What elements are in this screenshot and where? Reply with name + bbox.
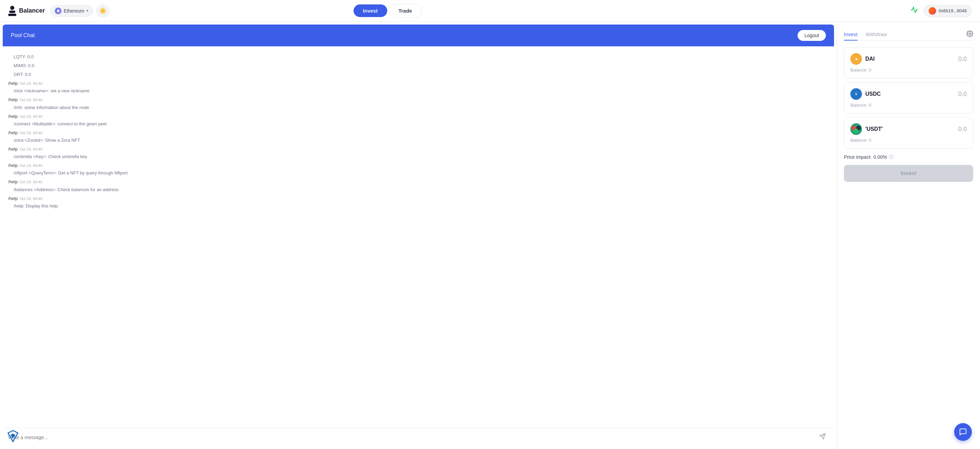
usdt-icon bbox=[850, 123, 862, 135]
cmd-detail: /nick <nickname>: set a new nickname bbox=[8, 87, 829, 95]
dai-balance: Balance: 0 bbox=[850, 67, 967, 73]
theme-toggle-button[interactable]: ☀️ bbox=[96, 5, 109, 18]
timestamp: Oct 10, 04:40 bbox=[20, 81, 42, 86]
dai-amount: 0.0 bbox=[958, 56, 967, 63]
cmd-label: /help bbox=[8, 147, 18, 152]
activity-icon bbox=[911, 6, 918, 15]
invest-button[interactable]: Invest bbox=[844, 165, 973, 182]
wallet-avatar bbox=[929, 7, 936, 14]
cmd-label: /help bbox=[8, 163, 18, 168]
timestamp: Oct 10, 04:40 bbox=[20, 131, 42, 135]
timestamp: Oct 10, 04:40 bbox=[20, 180, 42, 184]
dai-token-card: ◈ DAI 0.0 Balance: 0 bbox=[844, 47, 973, 78]
cmd-detail: /help: Display this help bbox=[8, 202, 829, 210]
svg-point-12 bbox=[854, 128, 859, 133]
chat-input-area bbox=[3, 428, 834, 446]
cmd-detail: /nftport <QueryTerm>: Get a NFT by query… bbox=[8, 169, 829, 177]
wallet-address: 0x6b19...8048 bbox=[939, 8, 967, 13]
header: Balancer Ethereum ▾ ☀️ Invest Trade 0x6b… bbox=[0, 0, 980, 22]
list-item: /helpOct 10, 04:40 /info: some informati… bbox=[8, 96, 829, 111]
chat-support-button[interactable] bbox=[954, 423, 972, 441]
dai-symbol: DAI bbox=[865, 56, 875, 62]
logo: Balancer bbox=[8, 6, 45, 16]
token-row: ◈ DAI 0.0 bbox=[850, 53, 967, 65]
chat-input[interactable] bbox=[8, 435, 816, 440]
svg-text:◈: ◈ bbox=[855, 57, 858, 61]
sun-icon: ☀️ bbox=[99, 7, 107, 14]
token-info: ◈ DAI bbox=[850, 53, 875, 65]
cmd-detail: /connect <Multiaddr>: connect to the giv… bbox=[8, 120, 829, 128]
list-item: /helpOct 10, 04:40 /nick <nickname>: set… bbox=[8, 80, 829, 95]
dai-icon: ◈ bbox=[850, 53, 862, 65]
cmd-label: /help bbox=[8, 130, 18, 135]
cmd-label: /help bbox=[8, 97, 18, 102]
main-layout: Pool Chat Logout LQTY: 0.0 MIMO: 0.0 GRT… bbox=[0, 22, 980, 449]
network-selector[interactable]: Ethereum ▾ bbox=[50, 5, 93, 17]
chat-messages: LQTY: 0.0 MIMO: 0.0 GRT: 0.0 /helpOct 10… bbox=[0, 49, 837, 428]
token-row: $ USDC 0.0 bbox=[850, 88, 967, 100]
cmd-label: /help bbox=[8, 179, 18, 184]
usdt-token-card: 'USDT' 0.0 Balance: 0 bbox=[844, 118, 973, 149]
list-item: /helpOct 10, 04:40 /zora <ZoraId>: Show … bbox=[8, 129, 829, 144]
trade-nav-button[interactable]: Trade bbox=[388, 4, 422, 18]
header-nav: Invest Trade bbox=[353, 4, 422, 18]
list-item: MIMO: 0.0 bbox=[8, 62, 829, 69]
list-item: GRT: 0.0 bbox=[8, 71, 829, 78]
cmd-detail: /info: some information about the node bbox=[8, 104, 829, 112]
eth-icon bbox=[55, 8, 62, 14]
timestamp: Oct 10, 04:40 bbox=[20, 98, 42, 102]
chat-header-title: Pool Chat bbox=[11, 32, 35, 38]
price-impact-info-icon[interactable]: ⓘ bbox=[889, 154, 894, 160]
usdc-token-card: $ USDC 0.0 Balance: 0 bbox=[844, 82, 973, 113]
cmd-label: /help bbox=[8, 196, 18, 201]
timestamp: Oct 10, 04:40 bbox=[20, 115, 42, 118]
usdt-symbol: 'USDT' bbox=[865, 126, 883, 132]
timestamp: Oct 10, 04:40 bbox=[20, 163, 42, 168]
logo-text: Balancer bbox=[19, 7, 45, 14]
list-item: /helpOct 10, 04:40 /umbrella <Key>: Chec… bbox=[8, 145, 829, 160]
logout-button[interactable]: Logout bbox=[798, 30, 826, 41]
token-row: 'USDT' 0.0 bbox=[850, 123, 967, 135]
usdc-symbol: USDC bbox=[865, 91, 881, 97]
cmd-detail: /umbrella <Key>: Check umbrella key bbox=[8, 153, 829, 160]
chat-area: Pool Chat Logout LQTY: 0.0 MIMO: 0.0 GRT… bbox=[0, 22, 837, 449]
send-icon bbox=[819, 433, 826, 440]
list-item: LQTY: 0.0 bbox=[8, 53, 829, 61]
mimo-text: MIMO: 0.0 bbox=[8, 63, 34, 68]
network-label: Ethereum bbox=[64, 8, 84, 14]
token-info: 'USDT' bbox=[850, 123, 883, 135]
usdc-icon: $ bbox=[850, 88, 862, 100]
list-item: /helpOct 10, 04:40 /connect <Multiaddr>:… bbox=[8, 113, 829, 128]
invest-nav-button[interactable]: Invest bbox=[353, 5, 387, 17]
price-impact-label: Price impact: bbox=[844, 154, 872, 160]
chat-bubble-icon bbox=[959, 428, 967, 436]
svg-text:$: $ bbox=[856, 92, 857, 96]
usdc-amount: 0.0 bbox=[958, 91, 967, 98]
grt-text: GRT: 0.0 bbox=[8, 72, 31, 77]
usdt-amount: 0.0 bbox=[958, 126, 967, 133]
tab-withdraw[interactable]: Withdraw bbox=[865, 29, 887, 40]
settings-button[interactable] bbox=[966, 30, 973, 39]
right-panel: Invest Withdraw ◈ DAI bbox=[837, 22, 980, 449]
timestamp: Oct 10, 04:40 bbox=[20, 197, 42, 201]
gear-icon bbox=[966, 30, 973, 37]
wallet-button[interactable]: 0x6b19...8048 bbox=[924, 5, 972, 17]
chevron-down-icon: ▾ bbox=[86, 8, 89, 13]
token-info: $ USDC bbox=[850, 88, 881, 100]
tab-invest[interactable]: Invest bbox=[844, 29, 858, 40]
cmd-label: /help bbox=[8, 114, 18, 119]
panel-tabs: Invest Withdraw bbox=[844, 29, 973, 40]
usdt-balance: Balance: 0 bbox=[850, 137, 967, 143]
send-button[interactable] bbox=[816, 431, 829, 443]
header-right: 0x6b19...8048 bbox=[911, 5, 972, 17]
timestamp: Oct 10, 04:40 bbox=[20, 147, 42, 151]
list-item: /helpOct 10, 04:40 /help: Display this h… bbox=[8, 195, 829, 210]
price-impact-row: Price impact: 0.00% ⓘ bbox=[844, 154, 973, 160]
list-item: /helpOct 10, 04:40 /nftport <QueryTerm>:… bbox=[8, 162, 829, 177]
cmd-detail: /balances <Address>: Check balances for … bbox=[8, 186, 829, 193]
vuetify-logo bbox=[7, 430, 19, 442]
list-item: /helpOct 10, 04:40 /balances <Address>: … bbox=[8, 178, 829, 193]
cmd-detail: /zora <ZoraId>: Show a Zora NFT bbox=[8, 137, 829, 144]
svg-point-4 bbox=[969, 33, 971, 34]
price-impact-value: 0.00% bbox=[873, 154, 887, 160]
